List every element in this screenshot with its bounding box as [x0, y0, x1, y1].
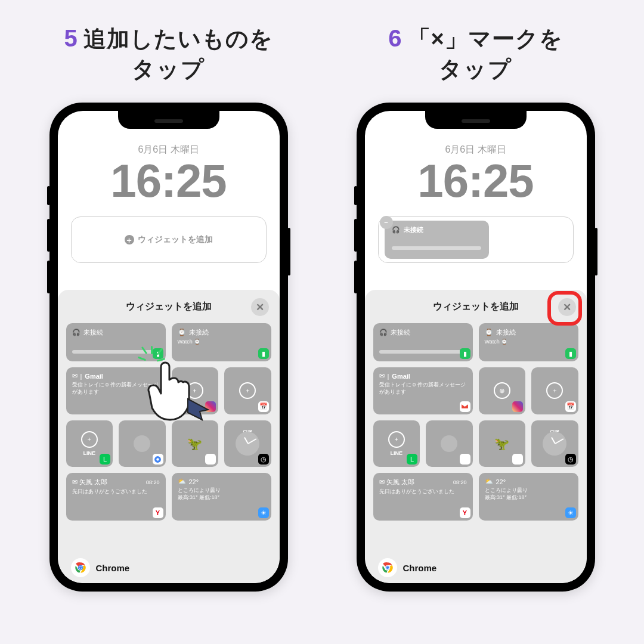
chrome-app-row[interactable]: Chrome — [71, 558, 130, 577]
phone-screen: 6月6日 木曜日 16:25 ＋ ウィジェットを追加 ウィジェットを追加 ✕ — [58, 111, 280, 583]
instagram-badge-icon — [512, 401, 523, 412]
phone-frame: 6月6日 木曜日 16:25 ＋ ウィジェットを追加 ウィジェットを追加 ✕ — [49, 103, 288, 592]
add-widget-label: ウィジェットを追加 — [138, 234, 213, 245]
widget-battery-headphones[interactable]: 🎧未接続 ▮ — [373, 323, 473, 361]
watch-icon: ⌚ — [194, 339, 200, 345]
chrome-icon — [378, 558, 397, 577]
chrome-badge-icon — [153, 454, 163, 465]
plus-icon: ＋ — [239, 382, 256, 399]
gmail-icon: ✉ — [72, 372, 78, 380]
widget-line[interactable]: ＋LINE L — [373, 420, 420, 467]
watch-icon: ⌚ — [501, 339, 507, 345]
widget-dino[interactable]: 🦖 ◐ — [479, 420, 526, 467]
widget-calendar[interactable]: ＋ 📅 — [531, 367, 578, 414]
close-highlight-annotation — [547, 291, 582, 326]
line-badge-icon: L — [100, 454, 110, 465]
weather-badge-icon: ☀ — [565, 507, 576, 518]
gmail-icon: ✉ — [379, 372, 385, 380]
watch-icon: ⌚ — [178, 329, 186, 336]
step-heading-line2: タップ — [439, 54, 512, 85]
phone-notch — [118, 111, 219, 129]
widget-gmail[interactable]: ✉ | Gmail 受信トレイに 0 件の新着メッセージがあります — [66, 367, 166, 414]
calendar-badge-icon: 📅 — [565, 401, 576, 412]
chrome-badge-icon: ◐ — [205, 454, 216, 465]
widget-slot-with-widget[interactable]: − 🎧未接続 — [378, 216, 574, 263]
clock-icon — [543, 432, 566, 456]
close-icon: ✕ — [256, 301, 264, 314]
weather-badge-icon: ☀ — [258, 507, 269, 518]
widget-instagram[interactable]: ◎ — [479, 367, 526, 414]
sheet-title: ウィジェットを追加 — [126, 301, 212, 313]
svg-point-9 — [386, 566, 388, 569]
instagram-badge-icon — [205, 401, 216, 412]
chrome-badge-icon: ◉ — [460, 454, 470, 465]
phone-notch — [425, 111, 527, 129]
clock-icon — [236, 432, 259, 456]
widget-weather[interactable]: ⛅ 22° ところにより曇り 最高:31° 最低:18° ☀ — [479, 473, 578, 521]
plus-icon: ＋ — [81, 431, 98, 448]
weather-icon: ⛅ — [485, 478, 493, 485]
headphones-icon: 🎧 — [392, 226, 400, 234]
placed-widget-battery[interactable]: − 🎧未接続 — [385, 221, 489, 259]
add-widget-slot[interactable]: ＋ ウィジェットを追加 — [71, 216, 267, 263]
gmail-badge-icon — [153, 401, 163, 412]
plus-icon: ＋ — [546, 382, 563, 399]
chrome-label: Chrome — [96, 563, 130, 573]
phone-frame: 6月6日 木曜日 16:25 − 🎧未接続 ウィジェットを追加 ✕ — [357, 103, 595, 592]
widget-clock[interactable]: CUP ◷ — [224, 420, 271, 467]
watch-icon: ⌚ — [485, 329, 493, 336]
headphones-icon: 🎧 — [72, 329, 80, 336]
chrome-icon — [71, 558, 90, 577]
sheet-close-button[interactable]: ✕ — [251, 298, 269, 316]
sheet-title: ウィジェットを追加 — [433, 301, 519, 313]
step-panel-5: 5 追加したいものを タップ 6月6日 木曜日 16:25 ＋ ウィジェットを追… — [30, 24, 307, 620]
widget-picker-sheet: ウィジェットを追加 ✕ 🎧未接続 ▮ ⌚未接続 Watch ⌚ — [58, 290, 280, 583]
battery-badge-icon: ▮ — [153, 348, 163, 359]
clock-badge-icon: ◷ — [258, 454, 269, 465]
phone-screen: 6月6日 木曜日 16:25 − 🎧未接続 ウィジェットを追加 ✕ — [365, 111, 587, 583]
clock-badge-icon: ◷ — [565, 454, 576, 465]
widget-mail[interactable]: ✉ 矢風 太郎 08:20 先日はありがとうございました Y — [66, 473, 166, 521]
widget-chrome[interactable] — [119, 420, 166, 467]
battery-badge-icon: ▮ — [258, 348, 269, 359]
widget-battery-watch[interactable]: ⌚未接続 Watch ⌚ ▮ — [479, 323, 578, 361]
step-heading-line1: 追加したいものを — [83, 24, 273, 54]
widget-grid: 🎧未接続 ▮ ⌚未接続 Watch ⌚ ▮ ✉ | Gmail 受信トレイに 0… — [66, 323, 271, 521]
step-panel-6: 6 「×」マークを タップ 6月6日 木曜日 16:25 − 🎧未接続 ウィ — [337, 24, 614, 620]
chrome-app-row[interactable]: Chrome — [378, 558, 437, 577]
lock-time: 16:25 — [58, 154, 280, 208]
step-heading-line1: 「×」マークを — [408, 24, 563, 54]
widget-chrome[interactable]: ◉ — [426, 420, 473, 467]
dino-icon: 🦖 — [494, 436, 509, 451]
step-title: 6 「×」マークを タップ — [388, 24, 562, 85]
battery-badge-icon: ▮ — [565, 348, 576, 359]
widget-battery-headphones[interactable]: 🎧未接続 ▮ — [66, 323, 166, 361]
mail-icon: ✉ — [72, 478, 78, 485]
widget-picker-sheet: ウィジェットを追加 ✕ 🎧未接続 ▮ ⌚未接続 Watch ⌚ — [365, 290, 587, 583]
chrome-icon — [134, 435, 150, 452]
widget-grid: 🎧未接続 ▮ ⌚未接続 Watch ⌚ ▮ ✉ | Gmail 受信トレイに 0… — [373, 323, 578, 521]
plus-icon: ＋ — [125, 235, 134, 244]
widget-gmail[interactable]: ✉ | Gmail 受信トレイに 0 件の新着メッセージがあります — [373, 367, 473, 414]
step-number: 6 — [388, 25, 401, 52]
widget-line[interactable]: ＋LINE L — [66, 420, 113, 467]
svg-point-1 — [156, 458, 159, 460]
step-number: 5 — [64, 25, 77, 52]
yahoo-mail-badge-icon: Y — [153, 507, 163, 518]
chrome-badge-icon: ◐ — [512, 454, 523, 465]
widget-instagram[interactable]: ＋ — [172, 367, 219, 414]
widget-dino[interactable]: 🦖 ◐ — [172, 420, 219, 467]
chrome-icon — [441, 435, 457, 452]
svg-point-5 — [79, 566, 81, 569]
plus-icon: ＋ — [388, 431, 405, 448]
gmail-badge-icon — [460, 401, 470, 412]
widget-clock[interactable]: CUP ◷ — [531, 420, 578, 467]
remove-widget-button[interactable]: − — [380, 216, 393, 229]
widget-weather[interactable]: ⛅ 22° ところにより曇り 最高:31° 最低:18° ☀ — [172, 473, 271, 521]
step-heading-line2: タップ — [132, 54, 205, 85]
widget-battery-watch[interactable]: ⌚未接続 Watch ⌚ ▮ — [172, 323, 271, 361]
plus-icon: ＋ — [187, 382, 203, 399]
widget-calendar[interactable]: ＋ 📅 — [224, 367, 271, 414]
lock-time: 16:25 — [365, 154, 587, 208]
widget-mail[interactable]: ✉ 矢風 太郎 08:20 先日はありがとうございました Y — [373, 473, 473, 521]
